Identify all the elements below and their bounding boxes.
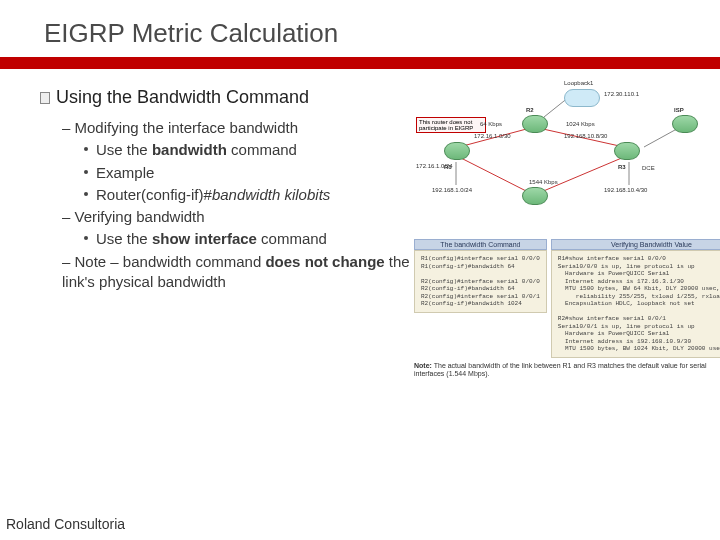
label-loopback-ip: 172.30.110.1 [604,91,639,97]
panel-left-header: The bandwidth Command [414,239,547,250]
dash-item: – Modifying the interface bandwidth [62,118,410,138]
label-isp: ISP [674,107,684,113]
dot-icon [84,236,88,240]
router-bottom-icon [522,187,548,205]
label-speed3: 1544 Kbps [529,179,558,185]
sub-list: – Modifying the interface bandwidth Use … [62,118,410,292]
router-r1-icon [444,142,470,160]
label-speed2: 1024 Kbps [566,121,595,127]
cloud-loopback-icon [564,89,600,107]
slide-title: EIGRP Metric Calculation [0,0,720,57]
panel-row: The bandwidth Command R1(config)#interfa… [414,239,710,358]
label-net3: 172.16.1.0/24 [416,163,453,169]
panel-right: Verifying Bandwidth Value R1#show interf… [551,239,720,358]
label-dce: DCE [642,165,655,171]
label-r2: R2 [526,107,534,113]
router-r3-icon [614,142,640,160]
router-isp-icon [672,115,698,133]
label-loopback: Loopback1 [564,80,593,86]
bullet-text: Use the bandwidth command [96,140,366,160]
bullet-text: Use the show interface command [96,229,366,249]
dot-icon [84,170,88,174]
panel-right-body: R1#show interface serial 0/0/0 Serial0/0… [551,250,720,358]
bullet-square-icon [40,92,50,104]
bullet-item: Router(config-if)#bandwidth kilobits [84,185,410,205]
bullet-text: Router(config-if)#bandwidth kilobits [96,185,366,205]
red-note-box: This router does not participate in EIGR… [416,117,486,133]
panel-left: The bandwidth Command R1(config)#interfa… [414,239,547,358]
section-heading: Using the Bandwidth Command [40,87,410,108]
bullet-item: Example [84,163,410,183]
right-column: This router does not participate in EIGR… [410,87,710,378]
diagram-lines-icon [414,87,704,237]
note-caption: Note: Note: The actual bandwidth of the … [414,362,710,379]
network-diagram: This router does not participate in EIGR… [414,87,704,237]
dot-icon [84,192,88,196]
section-text: Using the Bandwidth Command [56,87,309,107]
label-net5: 192.168.10.4/30 [604,187,647,193]
panel-right-header: Verifying Bandwidth Value [551,239,720,250]
label-net4: 192.168.1.0/24 [432,187,472,193]
panel-left-body: R1(config)#interface serial 0/0/0 R1(con… [414,250,547,313]
bullet-item: Use the bandwidth command [84,140,410,160]
content-row: Using the Bandwidth Command – Modifying … [0,69,720,378]
accent-bar [0,57,720,69]
label-net2: 192.168.10.8/30 [564,133,607,139]
label-speed1: 64 Kbps [480,121,502,127]
footer-brand: Roland Consultoria [6,516,125,532]
dash-item: – Note – bandwidth command does not chan… [62,252,410,293]
dash-item: – Verifying bandwidth [62,207,410,227]
bullet-text: Example [96,163,366,183]
label-r3: R3 [618,164,626,170]
dot-icon [84,147,88,151]
label-net1: 172.16.1.0/30 [474,133,511,139]
bullet-item: Use the show interface command [84,229,410,249]
router-r2-icon [522,115,548,133]
left-column: Using the Bandwidth Command – Modifying … [40,87,410,378]
